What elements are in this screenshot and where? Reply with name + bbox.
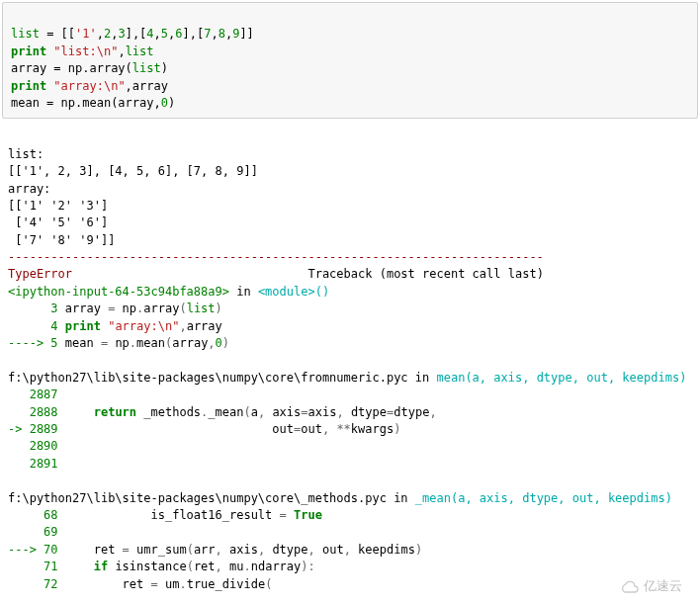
out-line: [['1' '2' '3'] <box>8 199 108 213</box>
line-4: print "array:\n",array <box>11 79 168 93</box>
traceback-divider: ----------------------------------------… <box>8 250 544 264</box>
line-3: array = np.array(list) <box>11 61 168 75</box>
trace-line-current: ---> 70 ret = umr_sum(arr, axis, dtype, … <box>8 543 422 557</box>
trace-line: 3 array = np.array(list) <box>8 302 222 315</box>
out-line: list: <box>8 147 44 161</box>
out-line: array: <box>8 182 50 196</box>
traceback-header: TypeError Traceback (most recent call la… <box>8 267 544 281</box>
trace-line: 71 if isinstance(ret, mu.ndarray): <box>8 560 315 573</box>
code-input-cell: list = [['1',2,3],[4,5,6],[7,8,9]] print… <box>2 2 698 119</box>
trace-line-current: -> 2889 out=out, **kwargs) <box>8 422 400 436</box>
line-5: mean = np.mean(array,0) <box>11 96 175 110</box>
line-2: print "list:\n",list <box>11 44 154 58</box>
traceback-frame: f:\python27\lib\site-packages\numpy\core… <box>8 371 686 385</box>
trace-line: 2888 return _methods._mean(a, axis=axis,… <box>8 405 437 419</box>
trace-line: 2891 <box>8 457 58 471</box>
trace-line: 68 is_float16_result = True <box>8 508 322 522</box>
blank-line <box>8 353 15 367</box>
traceback-frame: f:\python27\lib\site-packages\numpy\core… <box>8 491 672 505</box>
trace-line: 2887 <box>8 388 58 401</box>
line-1: list = [['1',2,3],[4,5,6],[7,8,9]] <box>11 27 254 41</box>
out-line: ['4' '5' '6'] <box>8 216 108 229</box>
trace-line: 2890 <box>8 439 58 453</box>
traceback-frame: <ipython-input-64-53c94bfa88a9> in <modu… <box>8 285 329 299</box>
output-cell: list: [['1', 2, 3], [4, 5, 6], [7, 8, 9]… <box>0 125 700 604</box>
trace-line: 72 ret = um.true_divide( <box>8 577 272 591</box>
blank-line <box>8 594 15 604</box>
trace-line: 4 print "array:\n",array <box>8 319 222 333</box>
trace-line-current: ----> 5 mean = np.mean(array,0) <box>8 336 229 350</box>
blank-line <box>8 474 15 487</box>
out-line: [['1', 2, 3], [4, 5, 6], [7, 8, 9]] <box>8 164 258 178</box>
out-line: ['7' '8' '9']] <box>8 233 115 247</box>
trace-line: 69 <box>8 525 58 539</box>
